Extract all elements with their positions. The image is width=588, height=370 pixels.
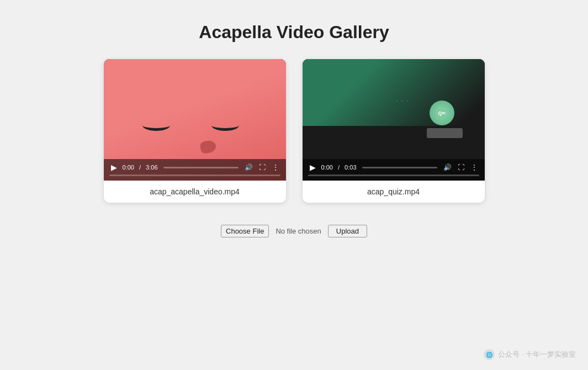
progress-bar-2[interactable] (362, 167, 437, 168)
eye-right-icon (211, 120, 239, 131)
video-thumbnail-2[interactable]: · · · Qm ▶ 0:00 / 0:03 🔊 ⛶ ⋮ (303, 59, 485, 181)
seek-bar-2[interactable] (308, 175, 479, 176)
page-title: Acapella Video Gallery (199, 22, 389, 43)
video-card-2: · · · Qm ▶ 0:00 / 0:03 🔊 ⛶ ⋮ (303, 59, 485, 203)
thumbnail-green-stripe (303, 59, 485, 126)
time-display-1: 0:00 (123, 164, 134, 171)
volume-button-2[interactable]: 🔊 (443, 162, 453, 172)
thumbnail-circle: Qm (430, 101, 454, 125)
volume-button-1[interactable]: 🔊 (244, 162, 254, 172)
video-thumbnail-1[interactable]: ▶ 0:00 / 3:06 🔊 ⛶ ⋮ (104, 59, 286, 181)
no-file-label: No file chosen (276, 227, 321, 235)
thumbnail-dots: · · · (396, 98, 410, 104)
video-controls-1: ▶ 0:00 / 3:06 🔊 ⛶ ⋮ (104, 159, 286, 181)
time-total-1: 3:06 (146, 164, 157, 171)
time-total-2: 0:03 (345, 164, 356, 171)
video-filename-2: acap_quiz.mp4 (362, 181, 425, 203)
thumbnail-bar (427, 128, 463, 138)
fullscreen-button-1[interactable]: ⛶ (257, 162, 267, 172)
choose-file-button[interactable]: Choose File (221, 225, 269, 237)
watermark: 🌐 公众号 · 十年一梦实验室 (484, 349, 576, 360)
eye-left-icon (142, 120, 170, 131)
watermark-text: 公众号 · 十年一梦实验室 (498, 350, 576, 360)
play-button-1[interactable]: ▶ (109, 162, 119, 172)
time-display-2: 0:00 (321, 164, 333, 171)
video-card-1: ▶ 0:00 / 3:06 🔊 ⛶ ⋮ acap_acapella_video.… (104, 59, 286, 203)
video-controls-2: ▶ 0:00 / 0:03 🔊 ⛶ ⋮ (303, 159, 485, 181)
progress-bar-1[interactable] (163, 167, 239, 168)
video-gallery: ▶ 0:00 / 3:06 🔊 ⛶ ⋮ acap_acapella_video.… (104, 59, 485, 203)
upload-section: Choose File No file chosen Upload (221, 225, 367, 237)
upload-button[interactable]: Upload (328, 225, 367, 237)
video-filename-1: acap_acapella_video.mp4 (144, 181, 245, 203)
file-input-wrapper[interactable]: Choose File (221, 225, 269, 237)
more-button-1[interactable]: ⋮ (271, 162, 280, 172)
time-separator-1: / (137, 164, 142, 171)
more-button-2[interactable]: ⋮ (469, 162, 479, 172)
time-separator-2: / (336, 164, 341, 171)
seek-bar-1[interactable] (109, 175, 280, 176)
play-button-2[interactable]: ▶ (308, 162, 318, 172)
fullscreen-button-2[interactable]: ⛶ (456, 162, 466, 172)
watermark-icon: 🌐 (484, 349, 495, 360)
